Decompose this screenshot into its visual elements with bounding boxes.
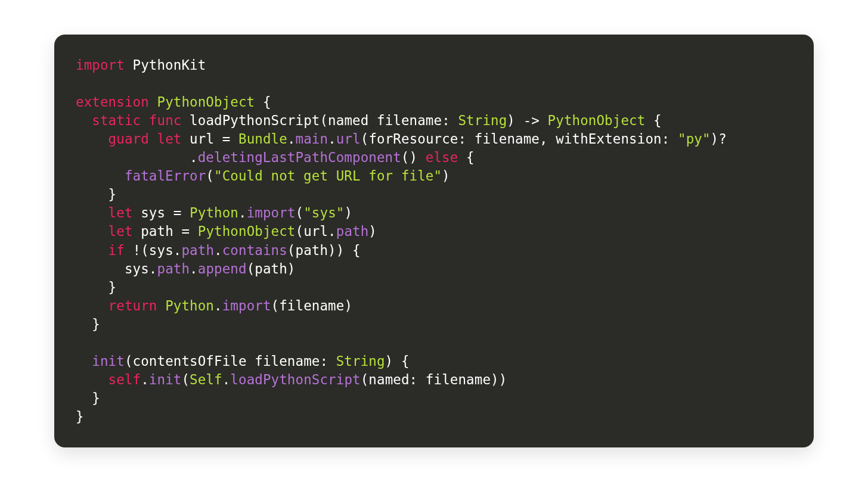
identifier: url — [190, 131, 222, 147]
method-call: deletingLastPathComponent — [198, 150, 401, 165]
keyword-self: self — [108, 372, 141, 387]
property-access: path — [157, 261, 190, 276]
code-block: import PythonKit extension PythonObject … — [54, 35, 814, 447]
method-call: url — [336, 131, 361, 147]
function-call: fatalError — [125, 168, 206, 184]
brace: } — [108, 279, 117, 295]
method-call: append — [198, 261, 247, 276]
keyword-static: static — [92, 113, 141, 128]
init-keyword: init — [92, 353, 125, 369]
type-name: PythonObject — [198, 223, 296, 239]
method-call: import — [222, 298, 271, 313]
identifier: sys — [141, 205, 173, 220]
keyword-let: let — [157, 131, 181, 147]
argument-label: withExtension — [556, 131, 661, 147]
identifier: path — [141, 223, 181, 239]
keyword-let: let — [108, 205, 133, 220]
keyword-return: return — [108, 298, 157, 313]
keyword-else: else — [426, 150, 458, 165]
keyword-if: if — [108, 242, 125, 258]
type-name: Python — [190, 205, 238, 220]
keyword-extension: extension — [76, 94, 149, 110]
type-name: PythonObject — [157, 94, 255, 110]
type-name: PythonObject — [548, 113, 646, 128]
property-access: main — [296, 131, 328, 147]
parameter-name: filename — [255, 353, 320, 369]
property-access: path — [181, 242, 214, 258]
brace: } — [76, 409, 84, 424]
keyword-guard: guard — [108, 131, 149, 147]
brace: } — [92, 390, 100, 406]
type-name: Python — [165, 298, 214, 313]
property-access: path — [336, 223, 369, 239]
keyword-import: import — [76, 57, 125, 73]
method-call: import — [247, 205, 296, 220]
arrow-operator: -> — [523, 113, 540, 128]
brace: } — [92, 316, 100, 332]
type-name: Bundle — [238, 131, 287, 147]
argument-label: contentsOfFile — [133, 353, 247, 369]
method-call: init — [149, 372, 182, 387]
method-call: contains — [222, 242, 287, 258]
code-content: import PythonKit extension PythonObject … — [76, 56, 792, 426]
keyword-func: func — [149, 113, 182, 128]
string-literal: "sys" — [303, 205, 344, 220]
function-definition-name: loadPythonScript — [190, 113, 320, 128]
argument-label: forResource — [368, 131, 458, 147]
parameter-name: filename — [377, 113, 442, 128]
argument-label: named — [328, 113, 368, 128]
string-literal: "py" — [678, 131, 711, 147]
method-call: loadPythonScript — [230, 372, 360, 387]
identifier: PythonKit — [125, 57, 206, 73]
string-literal: "Could not get URL for file" — [214, 168, 442, 184]
keyword-let: let — [108, 223, 133, 239]
brace: } — [108, 186, 117, 202]
type-name: String — [458, 113, 507, 128]
type-name: String — [336, 353, 385, 369]
argument-label: named — [368, 372, 409, 387]
type-name: Self — [190, 372, 222, 387]
